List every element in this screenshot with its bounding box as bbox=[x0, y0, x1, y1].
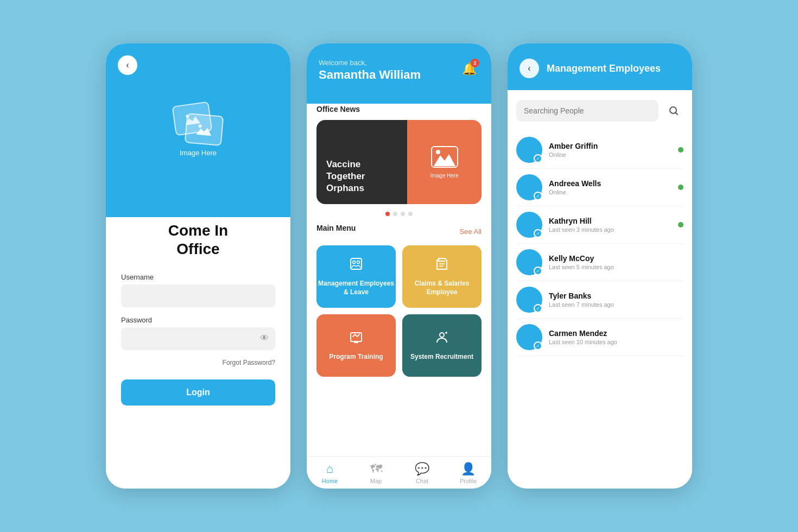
person-status: Last seen 3 minutes ago bbox=[549, 226, 672, 233]
profile-icon: 👤 bbox=[461, 462, 476, 476]
person-name: Carmen Mendez bbox=[549, 329, 683, 338]
svg-point-10 bbox=[353, 261, 356, 264]
nav-profile[interactable]: 👤 Profile bbox=[445, 462, 491, 484]
dot-4 bbox=[408, 212, 413, 216]
avatar-check-icon: ✓ bbox=[534, 304, 542, 313]
svg-rect-3 bbox=[194, 121, 214, 138]
claims-icon bbox=[434, 256, 449, 275]
search-input[interactable] bbox=[516, 100, 658, 122]
menu-grid: Management Employees & Leave Claims & Sa… bbox=[316, 245, 482, 377]
news-card-right: Image Here bbox=[407, 120, 482, 204]
claims-label: Claims & Salaries Employee bbox=[402, 280, 482, 296]
main-menu-header: Main Menu See All bbox=[316, 224, 482, 239]
nav-home-label: Home bbox=[322, 478, 338, 484]
see-all-link[interactable]: See All bbox=[460, 227, 482, 236]
avatar-check-icon: ✓ bbox=[534, 192, 542, 200]
management-title: Management Employees bbox=[547, 63, 661, 74]
search-row bbox=[516, 100, 683, 122]
home-icon: ⌂ bbox=[326, 462, 333, 476]
avatar: ✓ bbox=[516, 324, 542, 350]
person-name: Andreea Wells bbox=[549, 179, 672, 188]
username-input[interactable] bbox=[121, 284, 275, 307]
training-icon bbox=[349, 330, 364, 349]
person-info: Tyler Banks Last seen 7 minutes ago bbox=[549, 292, 683, 308]
nav-map-label: Map bbox=[370, 478, 382, 484]
person-name: Tyler Banks bbox=[549, 292, 683, 300]
main-menu-title: Main Menu bbox=[316, 224, 356, 232]
person-info: Andreea Wells Online bbox=[549, 179, 672, 195]
screen2-home: Welcome back, Samantha William 🔔 2 Offic… bbox=[307, 43, 491, 489]
recruitment-icon bbox=[434, 330, 449, 349]
dot-1 bbox=[385, 212, 390, 216]
nav-chat-label: Chat bbox=[416, 478, 428, 484]
password-input[interactable] bbox=[121, 327, 275, 350]
menu-card-training[interactable]: Program Training bbox=[316, 314, 396, 377]
person-info: Amber Griffin Online bbox=[549, 142, 672, 158]
nav-profile-label: Profile bbox=[460, 478, 477, 484]
news-card[interactable]: Vaccine Together Orphans Image Here bbox=[316, 120, 482, 204]
svg-point-5 bbox=[198, 124, 202, 128]
eye-icon[interactable]: 👁 bbox=[260, 333, 269, 343]
nav-home[interactable]: ⌂ Home bbox=[307, 462, 353, 484]
person-row[interactable]: ✓ Amber Griffin Online bbox=[516, 131, 683, 169]
home-header: Welcome back, Samantha William 🔔 2 bbox=[307, 43, 491, 104]
map-icon: 🗺 bbox=[370, 462, 382, 476]
svg-rect-12 bbox=[351, 333, 362, 341]
people-list: ✓ Amber Griffin Online ✓ Andreea Wells O… bbox=[516, 131, 683, 356]
notification-button[interactable]: 🔔 2 bbox=[459, 59, 479, 79]
person-name: Kelly McCoy bbox=[549, 254, 683, 263]
person-status: Online bbox=[549, 151, 672, 158]
back-button[interactable]: ‹ bbox=[118, 55, 137, 75]
search-button[interactable] bbox=[664, 101, 683, 121]
dot-3 bbox=[401, 212, 405, 216]
bottom-nav: ⌂ Home 🗺 Map 💬 Chat 👤 Profile bbox=[307, 456, 491, 489]
nav-chat[interactable]: 💬 Chat bbox=[399, 462, 445, 484]
management-body: ✓ Amber Griffin Online ✓ Andreea Wells O… bbox=[508, 90, 692, 489]
menu-card-management[interactable]: Management Employees & Leave bbox=[316, 245, 396, 308]
username-label: Username bbox=[121, 273, 275, 281]
forgot-password-link[interactable]: Forgot Password? bbox=[121, 359, 275, 366]
avatar: ✓ bbox=[516, 287, 542, 313]
svg-marker-4 bbox=[196, 126, 212, 135]
person-row[interactable]: ✓ Kelly McCoy Last seen 5 minutes ago bbox=[516, 244, 683, 281]
svg-point-13 bbox=[440, 333, 444, 337]
person-name: Kathryn Hill bbox=[549, 217, 672, 225]
management-icon bbox=[349, 256, 364, 275]
back-button-mgmt[interactable]: ‹ bbox=[520, 59, 539, 78]
nav-map[interactable]: 🗺 Map bbox=[353, 462, 399, 484]
person-row[interactable]: ✓ Carmen Mendez Last seen 10 minutes ago bbox=[516, 319, 683, 356]
person-row[interactable]: ✓ Tyler Banks Last seen 7 minutes ago bbox=[516, 281, 683, 319]
login-title: Come In Office bbox=[121, 221, 275, 258]
news-section: Office News Vaccine Together Orphans Ima… bbox=[307, 94, 491, 456]
screen1-login: ‹ Image Here Come In Of bbox=[106, 43, 290, 489]
svg-marker-7 bbox=[434, 154, 455, 166]
avatar: ✓ bbox=[516, 174, 542, 200]
avatar-check-icon: ✓ bbox=[534, 154, 542, 163]
person-row[interactable]: ✓ Andreea Wells Online bbox=[516, 169, 683, 206]
online-indicator bbox=[678, 147, 683, 153]
avatar: ✓ bbox=[516, 212, 542, 238]
avatar-check-icon: ✓ bbox=[534, 267, 542, 275]
dot-2 bbox=[393, 212, 397, 216]
search-icon bbox=[668, 105, 679, 116]
password-label: Password bbox=[121, 316, 275, 324]
welcome-text: Welcome back, bbox=[319, 59, 479, 67]
menu-card-claims[interactable]: Claims & Salaries Employee bbox=[402, 245, 482, 308]
person-info: Kathryn Hill Last seen 3 minutes ago bbox=[549, 217, 672, 233]
news-image-icon: Image Here bbox=[430, 145, 458, 179]
svg-rect-9 bbox=[351, 258, 362, 269]
management-header: ‹ Management Employees bbox=[508, 43, 692, 90]
avatar: ✓ bbox=[516, 137, 542, 163]
svg-point-11 bbox=[357, 261, 360, 264]
news-text: Vaccine Together Orphans bbox=[326, 159, 365, 194]
login-button[interactable]: Login bbox=[121, 379, 275, 406]
menu-card-recruitment[interactable]: System Recruitment bbox=[402, 314, 482, 377]
login-form: Come In Office Username Password 👁 Forgo… bbox=[106, 206, 290, 489]
person-row[interactable]: ✓ Kathryn Hill Last seen 3 minutes ago bbox=[516, 206, 683, 244]
person-info: Kelly McCoy Last seen 5 minutes ago bbox=[549, 254, 683, 270]
person-info: Carmen Mendez Last seen 10 minutes ago bbox=[549, 329, 683, 345]
person-status: Last seen 7 minutes ago bbox=[549, 301, 683, 308]
person-status: Last seen 5 minutes ago bbox=[549, 264, 683, 270]
screen3-management: ‹ Management Employees ✓ Amber Griffin O… bbox=[508, 43, 692, 489]
svg-line-17 bbox=[676, 113, 678, 115]
